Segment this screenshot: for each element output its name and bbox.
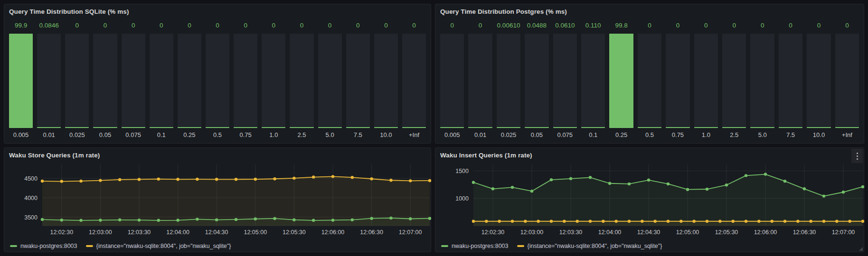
series-point: [118, 178, 121, 181]
grafana-dashboard: Query Time Distribution SQLite (% ms) 99…: [0, 0, 868, 256]
series-point: [835, 220, 838, 223]
x-tick-label: 12:03:00: [89, 229, 112, 236]
bar-fill: [497, 127, 520, 128]
panel-waku-insert-queries: Waku Insert Queries (1m rate) 1000150012…: [435, 147, 864, 252]
series-point: [254, 218, 257, 220]
series-point: [809, 220, 812, 223]
bar-gauge-column: 02.5: [290, 17, 313, 141]
series-point: [511, 186, 514, 189]
bar-gauge-column: 99.90.005: [9, 17, 33, 141]
series-point: [783, 220, 786, 223]
time-series-plot: 35004000450012:02:3012:03:0012:03:3012:0…: [7, 160, 432, 237]
series-point: [731, 220, 734, 223]
panel-title[interactable]: Waku Insert Queries (1m rate): [440, 152, 532, 159]
bar: [553, 34, 577, 128]
bar-fill: [206, 127, 229, 128]
bar-bucket-label: 0.01: [468, 128, 492, 141]
series-point: [196, 218, 198, 220]
series-point: [176, 178, 179, 181]
x-tick-label: 12:07:00: [399, 229, 422, 236]
series-point: [138, 178, 141, 181]
series-point: [389, 217, 392, 219]
series-point: [428, 217, 431, 220]
series-point: [576, 220, 578, 223]
series-point: [331, 219, 334, 221]
bar: [779, 34, 802, 128]
x-tick-label: 12:05:00: [676, 229, 699, 236]
x-tick-label: 12:06:00: [321, 229, 345, 236]
series-point: [602, 220, 604, 223]
series-point: [647, 179, 650, 182]
legend-item[interactable]: {instance="nwaku-sqlite:8004", job="nwak…: [86, 243, 231, 249]
x-tick-label: 12:05:30: [283, 229, 306, 236]
series-point: [706, 188, 708, 191]
bar-gauge-column: 05.0: [318, 17, 342, 141]
bar-bucket-label: 0.025: [497, 128, 520, 141]
bar-value-label: 0: [318, 17, 342, 34]
panel-title[interactable]: Query Time Distribution Postgres (% ms): [440, 8, 567, 15]
legend-series-dash-icon: [86, 245, 93, 247]
x-tick-label: 12:06:30: [360, 229, 383, 236]
panel-waku-store-queries: Waku Store Queries (1m rate) 35004000450…: [4, 147, 431, 252]
time-series-plot: 1000150012:02:3012:03:0012:03:3012:04:00…: [438, 160, 865, 237]
series-point: [138, 219, 141, 221]
series-point: [803, 187, 806, 190]
legend-item[interactable]: {instance="nwaku-sqlite:8004", job="nwak…: [517, 243, 662, 249]
series-point: [472, 220, 475, 223]
bar-bucket-label: 1.0: [694, 128, 718, 141]
bar: [290, 34, 313, 128]
bar-bucket-label: 5.0: [750, 128, 774, 141]
series-point: [706, 220, 708, 223]
bar-fill: [581, 127, 605, 128]
bar-fill: [440, 127, 464, 128]
panel-resize-handle[interactable]: [859, 247, 863, 251]
x-tick-label: 12:05:00: [244, 229, 267, 236]
bar: [206, 34, 229, 128]
bar-bucket-label: +Inf: [835, 128, 859, 141]
series-point: [370, 217, 373, 220]
series-point: [667, 183, 670, 185]
legend-item[interactable]: nwaku-postgres:8003: [441, 243, 509, 249]
panel-title[interactable]: Waku Store Queries (1m rate): [9, 152, 100, 159]
bar-gauge-column: 00.05: [93, 17, 117, 141]
panel-title[interactable]: Query Time Distribution SQLite (% ms): [9, 8, 129, 15]
panel-header: Query Time Distribution Postgres (% ms): [435, 4, 864, 17]
series-point: [79, 180, 82, 183]
series-point: [99, 179, 102, 182]
series-point: [667, 220, 670, 223]
bar-fill: [262, 127, 285, 128]
bar-bucket-label: 0.05: [525, 128, 548, 141]
x-tick-label: 12:06:00: [754, 229, 777, 236]
bar-gauge-column: 00.01: [468, 17, 492, 141]
bar-fill: [835, 127, 859, 128]
bar-gauge-column: 0.06100.075: [553, 17, 577, 141]
bar-bucket-label: 0.075: [553, 128, 577, 141]
bar-gauge-column: 010.0: [807, 17, 830, 141]
series-point: [861, 185, 864, 188]
x-tick-label: 12:02:30: [50, 229, 73, 236]
bar: [65, 34, 89, 128]
bar-bucket-label: 0.75: [666, 128, 689, 141]
series-point: [861, 220, 864, 223]
series-point: [770, 220, 773, 223]
bar-gauge-column: 00.1: [150, 17, 173, 141]
bar-gauge-column: 07.5: [346, 17, 370, 141]
legend-item[interactable]: nwaku-postgres:8003: [10, 243, 77, 249]
series-point: [292, 218, 295, 221]
bar: [402, 34, 426, 128]
series-point: [409, 217, 412, 220]
bar-gauge-column: 00.025: [65, 17, 89, 141]
bar-bucket-label: 0.005: [9, 128, 33, 141]
y-tick-label: 1000: [455, 195, 469, 202]
bar-value-label: 0: [468, 17, 492, 34]
series-point: [215, 218, 218, 221]
bar-gauge-column: 0+Inf: [835, 17, 859, 141]
x-tick-label: 12:06:30: [793, 229, 816, 236]
bar-value-label: 0: [779, 17, 802, 34]
legend-series-dash-icon: [441, 245, 448, 247]
series-point: [235, 218, 237, 221]
bar-value-label: 0.110: [581, 17, 605, 34]
bar-bucket-label: 0.05: [93, 128, 117, 141]
series-point: [745, 174, 747, 177]
legend-series-label: {instance="nwaku-sqlite:8004", job="nwak…: [528, 243, 662, 249]
